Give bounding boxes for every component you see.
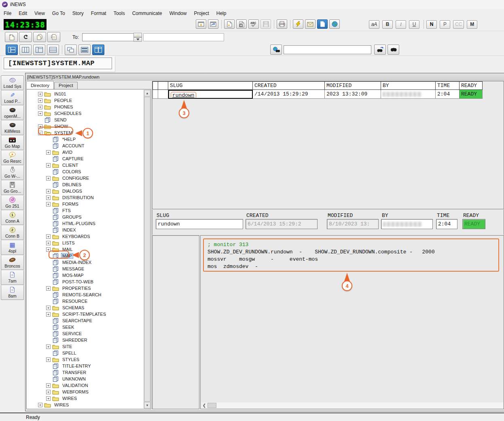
column-header-time[interactable]: TIME bbox=[436, 81, 460, 90]
expand-plus-icon[interactable]: + bbox=[46, 247, 51, 252]
created-cell[interactable]: /14/2013 15:29:29 bbox=[253, 90, 325, 99]
tree-item-styles[interactable]: +STYLES bbox=[27, 356, 151, 363]
tree-item-post-to-web[interactable]: POST-TO-WEB bbox=[27, 279, 151, 285]
expand-plus-icon[interactable]: + bbox=[46, 390, 51, 394]
format-m-button[interactable]: M bbox=[467, 20, 477, 29]
column-header-blank[interactable] bbox=[152, 81, 158, 90]
to-spinner[interactable] bbox=[133, 33, 142, 42]
replace-arrow-button[interactable] bbox=[19, 32, 32, 42]
sidebar-button-7am[interactable]: 7am bbox=[1, 270, 24, 285]
scroll-left-icon[interactable]: ❮ bbox=[201, 402, 208, 408]
tree-item-capture[interactable]: CAPTURE bbox=[27, 155, 151, 162]
layout-columns-button[interactable] bbox=[19, 45, 32, 55]
to-input[interactable] bbox=[82, 33, 134, 41]
tree-item-schedules[interactable]: +SCHEDULES bbox=[27, 110, 151, 117]
tree-item-distribution[interactable]: +DISTRIBUTION bbox=[27, 194, 151, 201]
expand-plus-icon[interactable]: + bbox=[38, 403, 42, 407]
tree-item-send[interactable]: SEND bbox=[27, 117, 151, 123]
tree-item-unknown[interactable]: UNKNOWN bbox=[27, 376, 151, 382]
tree-item-site[interactable]: +SITE bbox=[27, 343, 151, 350]
expand-plus-icon[interactable]: + bbox=[38, 111, 42, 116]
tree-item-transfer[interactable]: TRANSFER bbox=[27, 369, 151, 376]
document-lock-button[interactable] bbox=[236, 19, 247, 29]
expand-plus-icon[interactable]: + bbox=[38, 98, 42, 103]
blue-document-button[interactable] bbox=[317, 19, 328, 29]
expand-plus-icon[interactable]: + bbox=[46, 312, 51, 317]
tree-item-remote-search[interactable]: REMOTE-SEARCH bbox=[27, 291, 151, 298]
format-b-button[interactable]: B bbox=[382, 20, 393, 29]
tree-item-dblines[interactable]: DBLINES bbox=[27, 181, 151, 188]
form-slug-field[interactable]: rundown bbox=[156, 219, 243, 229]
tree-item-keyboards[interactable]: +KEYBOARDS bbox=[27, 233, 151, 240]
tree-item-media-index[interactable]: MEDIA-INDEX bbox=[27, 259, 151, 266]
tree-item-client[interactable]: +CLIENT bbox=[27, 162, 151, 168]
tab-project[interactable]: Project bbox=[54, 82, 78, 89]
tree-item-seek[interactable]: SEEK bbox=[27, 324, 151, 330]
sidebar-button-go251[interactable]: ↺Go 251 bbox=[1, 195, 24, 210]
format-p-button[interactable]: P bbox=[440, 20, 450, 29]
menu-format[interactable]: Format bbox=[87, 9, 110, 17]
location-box[interactable]: [INEWSTST]SYSTEM.MAP bbox=[4, 57, 112, 69]
row-status-cell[interactable] bbox=[158, 90, 168, 99]
by-cell[interactable] bbox=[381, 90, 436, 99]
tree-item-people[interactable]: +PEOPLE bbox=[27, 97, 151, 104]
sidebar-button-loadp[interactable]: ✎Load P... bbox=[1, 90, 24, 105]
scroll-up-icon[interactable]: ▲ bbox=[144, 90, 150, 96]
form-time-field[interactable]: 2:04 bbox=[436, 219, 457, 229]
sidebar-button-broncos[interactable]: Broncos bbox=[1, 255, 24, 270]
column-header-by[interactable]: BY bbox=[381, 81, 436, 90]
tree-item-index[interactable]: INDEX bbox=[27, 227, 151, 233]
menu-tools[interactable]: Tools bbox=[110, 9, 129, 17]
column-header-modified[interactable]: MODIFIED bbox=[325, 81, 381, 90]
menu-view[interactable]: View bbox=[31, 9, 49, 17]
tree-item-properties[interactable]: +PROPERTIES bbox=[27, 285, 151, 291]
expand-plus-icon[interactable]: + bbox=[46, 383, 51, 388]
find-button[interactable] bbox=[388, 45, 399, 55]
layout-rows-button[interactable] bbox=[47, 45, 59, 55]
spinner-up-icon[interactable] bbox=[133, 33, 142, 37]
new-story-button[interactable]: * bbox=[5, 32, 18, 42]
sidebar-button-8am[interactable]: 8am bbox=[1, 285, 24, 300]
tree-item-searchtape[interactable]: SEARCHTAPE bbox=[27, 317, 151, 324]
tree-item-wires[interactable]: +WIRES bbox=[27, 395, 151, 402]
tree-item-shredder[interactable]: SHREDDER bbox=[27, 337, 151, 343]
sidebar-button-goresrc[interactable]: ★Go Resrc bbox=[1, 150, 24, 165]
tree-item-fts[interactable]: FTS bbox=[27, 207, 151, 214]
mail-button[interactable] bbox=[305, 19, 316, 29]
layout-main-button[interactable] bbox=[6, 45, 18, 55]
monitor-config-block[interactable]: ; monitor 313SHOW.ZD_DEV_RUNDOWN.rundown… bbox=[203, 238, 499, 272]
expand-plus-icon[interactable]: + bbox=[46, 306, 51, 310]
menu-window[interactable]: Window bbox=[166, 9, 191, 17]
format-n-button[interactable]: N bbox=[426, 20, 437, 29]
tab-directory[interactable]: Directory bbox=[26, 81, 54, 89]
tree-item-in101[interactable]: +IN101 bbox=[27, 91, 151, 97]
time-cell[interactable]: 2:04 bbox=[436, 90, 460, 99]
story-editor-panel[interactable]: ; monitor 313SHOW.ZD_DEV_RUNDOWN.rundown… bbox=[200, 235, 504, 409]
expand-plus-icon[interactable]: + bbox=[46, 189, 51, 193]
document-star-button[interactable]: ★ bbox=[224, 19, 235, 29]
layout-vsplit-button[interactable] bbox=[92, 45, 104, 55]
tree-item-show[interactable]: +SHOW bbox=[27, 123, 151, 130]
tree-item-schemas[interactable]: +SCHEMAS bbox=[27, 304, 151, 311]
tree-item-system[interactable]: −SYSTEM bbox=[27, 130, 151, 136]
expand-plus-icon[interactable]: + bbox=[46, 286, 51, 291]
menu-project[interactable]: Project bbox=[190, 9, 212, 17]
tree-item-dialogs[interactable]: +DIALOGS bbox=[27, 188, 151, 194]
tree-item-html-plugins[interactable]: HTML-PLUGINS bbox=[27, 220, 151, 227]
spinner-down-icon[interactable] bbox=[133, 37, 142, 42]
sidebar-button-loadsys[interactable]: Load Sys bbox=[1, 75, 24, 90]
tree-item-message[interactable]: MESSAGE bbox=[27, 266, 151, 272]
copy-story-button[interactable] bbox=[33, 32, 46, 42]
expand-plus-icon[interactable]: + bbox=[46, 150, 51, 155]
save-button[interactable] bbox=[260, 19, 271, 29]
column-header-ready[interactable]: READY bbox=[460, 81, 483, 90]
print-button[interactable] bbox=[277, 19, 287, 29]
tree-item-groups[interactable]: GROUPS bbox=[27, 214, 151, 220]
layout-hsplit-button[interactable] bbox=[78, 45, 91, 55]
sidebar-button-killmess[interactable]: KillMess bbox=[1, 120, 24, 135]
tree-item-mos-map[interactable]: MOS-MAP bbox=[27, 272, 151, 279]
scroll-down-icon[interactable]: ▼ bbox=[144, 402, 150, 408]
expand-plus-icon[interactable]: + bbox=[46, 241, 51, 245]
workspace-title[interactable]: [INEWSTST]SYSTEM.MAP.rundown bbox=[25, 73, 504, 81]
tree-item-map[interactable]: MAP bbox=[27, 253, 151, 259]
